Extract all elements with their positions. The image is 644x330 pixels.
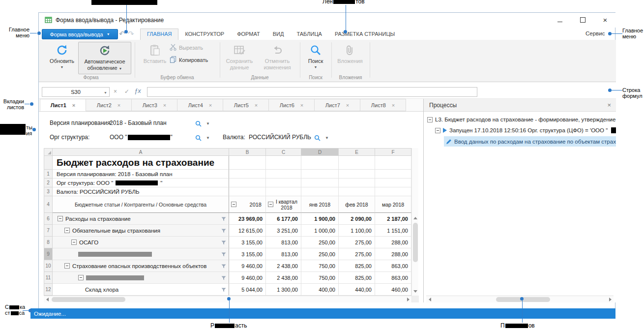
- grid-cell[interactable]: [301, 179, 339, 187]
- grid-cell[interactable]: 250,00: [301, 248, 339, 260]
- grid-cell[interactable]: [375, 156, 411, 170]
- filter-icon[interactable]: [221, 217, 226, 221]
- grid-cell[interactable]: [375, 179, 411, 187]
- grid-cell[interactable]: 2 438,00: [266, 260, 301, 272]
- scroll-down-icon[interactable]: [412, 288, 419, 295]
- grid-cell[interactable]: [229, 187, 266, 196]
- app-menu-button[interactable]: Форма ввода/вывода ▼: [42, 29, 118, 39]
- grid-cell[interactable]: [301, 187, 339, 196]
- cut-button[interactable]: Вырезать: [170, 44, 203, 52]
- grid-cell[interactable]: 1 100,00: [339, 225, 375, 237]
- column-header[interactable]: F: [375, 148, 411, 156]
- tab-close-icon[interactable]: ×: [255, 102, 258, 108]
- column-header[interactable]: E: [339, 148, 375, 156]
- row-header[interactable]: 7: [44, 225, 53, 237]
- org-value[interactable]: ООО "": [110, 134, 173, 141]
- cell-reference-box[interactable]: S30 ▼: [42, 87, 110, 97]
- cancel-entry-icon[interactable]: ×: [114, 88, 117, 95]
- grid-cell[interactable]: фев 2018: [339, 196, 375, 213]
- ribbon-tab[interactable]: ТАБЛИЦА: [290, 29, 328, 40]
- filter-icon[interactable]: [221, 252, 226, 257]
- grid-cell[interactable]: [229, 179, 266, 187]
- sheet-tab[interactable]: Лист3×: [131, 99, 177, 111]
- tab-close-icon[interactable]: ×: [117, 102, 120, 108]
- grid-cell[interactable]: 6 177,00: [266, 213, 301, 225]
- sheet-tab[interactable]: Лист8×: [360, 99, 406, 111]
- row-header[interactable]: [44, 156, 53, 170]
- grid-cell[interactable]: 2 438,00: [266, 272, 301, 284]
- ribbon-tab[interactable]: ВИД: [266, 29, 291, 40]
- search-icon[interactable]: [195, 120, 202, 129]
- grid-cell[interactable]: 5 044,00: [229, 284, 266, 296]
- grid-cell[interactable]: [375, 170, 411, 179]
- grid-cell[interactable]: 825,00: [339, 260, 375, 272]
- process-item-selected[interactable]: Ввод данных по расходам на страхование п…: [444, 136, 616, 147]
- grid-cell[interactable]: 863,00: [375, 272, 411, 284]
- grid-cell[interactable]: [339, 179, 375, 187]
- search-button[interactable]: Поиск ▼: [302, 42, 329, 69]
- refresh-button[interactable]: Обновить ▼: [48, 42, 76, 69]
- search-icon[interactable]: [314, 134, 321, 143]
- sheet-tab[interactable]: Лист7×: [314, 99, 360, 111]
- grid-cell[interactable]: 750,00: [301, 260, 339, 272]
- auto-refresh-button[interactable]: Автоматическое обновление ▼: [78, 42, 131, 74]
- tab-close-icon[interactable]: ×: [163, 102, 166, 108]
- grid-cell[interactable]: 750,00: [301, 272, 339, 284]
- grid-cell[interactable]: мар 2018: [375, 196, 411, 213]
- grid-cell[interactable]: 400,00: [301, 284, 339, 296]
- column-header[interactable]: B: [229, 148, 266, 156]
- row-header[interactable]: 1: [44, 170, 53, 179]
- maximize-button[interactable]: [575, 15, 590, 25]
- tab-close-icon[interactable]: ×: [392, 102, 395, 108]
- collapse-icon[interactable]: [64, 263, 70, 269]
- chevron-down-icon[interactable]: ▼: [206, 121, 210, 126]
- grid-cell[interactable]: [301, 156, 339, 170]
- chevron-down-icon[interactable]: ▼: [104, 91, 107, 94]
- grid-cell[interactable]: [53, 272, 229, 284]
- grid-cell[interactable]: Бюджетные статьи / Контрагенты / Основны…: [53, 196, 229, 213]
- grid-cell[interactable]: 12 615,00: [229, 225, 266, 237]
- row-header[interactable]: 12: [44, 284, 53, 296]
- confirm-entry-icon[interactable]: ✓: [124, 88, 129, 95]
- sheet-tab[interactable]: Лист6×: [268, 99, 315, 111]
- grid-cell[interactable]: Склад хлора: [53, 284, 229, 296]
- row-header[interactable]: 6: [44, 213, 53, 225]
- grid-cell[interactable]: 3 155,00: [229, 248, 266, 260]
- column-header[interactable]: C: [266, 148, 301, 156]
- paste-button[interactable]: Вставить: [142, 42, 168, 64]
- close-icon[interactable]: ×: [607, 101, 611, 109]
- collapse-icon[interactable]: [71, 240, 77, 245]
- scrollbar-thumb[interactable]: [413, 223, 418, 262]
- undo-changes-button[interactable]: Отменить изменения: [259, 42, 296, 71]
- grid-cell[interactable]: Бюджет расходов на страхование: [53, 156, 229, 170]
- grid-cell[interactable]: 275,00: [339, 237, 375, 248]
- filter-icon[interactable]: [221, 276, 226, 280]
- grid-cell[interactable]: [266, 170, 301, 179]
- collapse-icon[interactable]: [58, 216, 63, 221]
- grid-cell[interactable]: 2018: [229, 196, 266, 213]
- grid-cell[interactable]: 1 000,00: [301, 225, 339, 237]
- row-header[interactable]: 9: [44, 248, 53, 260]
- insert-function-icon[interactable]: ƒx: [134, 87, 141, 94]
- row-header[interactable]: 10: [44, 260, 53, 272]
- grid-cell[interactable]: [339, 187, 375, 196]
- attachments-button[interactable]: Вложения: [335, 42, 365, 64]
- version-value[interactable]: 2018 - Базовый план: [110, 120, 167, 126]
- grid-cell[interactable]: 2 187,00: [375, 213, 411, 225]
- sheet-tab[interactable]: Лист4×: [177, 99, 223, 111]
- grid-cell[interactable]: [266, 179, 301, 187]
- grid-cell[interactable]: 288,00: [375, 248, 411, 260]
- grid-cell[interactable]: 1 300,00: [266, 284, 301, 296]
- grid-cell[interactable]: [301, 170, 339, 179]
- row-header[interactable]: 11: [44, 272, 53, 284]
- grid-cell[interactable]: Расходы на страхование: [53, 213, 229, 225]
- row-header[interactable]: 3: [44, 187, 53, 196]
- sheet-tab[interactable]: Лист5×: [223, 99, 269, 111]
- grid-cell[interactable]: 288,00: [375, 237, 411, 248]
- grid-cell[interactable]: Обязательные виды страхования: [53, 225, 229, 237]
- scrollbar-thumb[interactable]: [52, 297, 125, 302]
- grid-cell[interactable]: 275,00: [339, 248, 375, 260]
- row-header[interactable]: 4: [44, 196, 53, 213]
- tab-close-icon[interactable]: ×: [209, 102, 212, 108]
- row-header[interactable]: 2: [44, 179, 53, 187]
